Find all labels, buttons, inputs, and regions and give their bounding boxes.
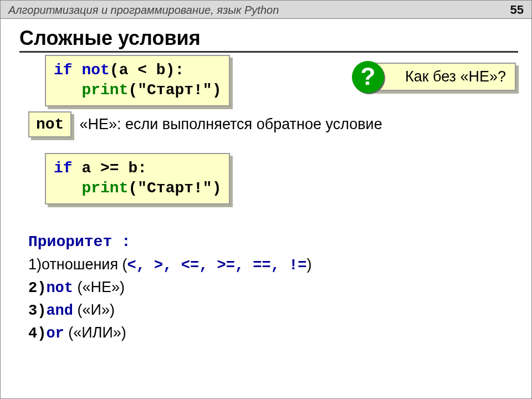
keyword-if: if <box>54 62 73 79</box>
keyword-print: print <box>81 81 128 99</box>
code1-arg: ("Старт!") <box>128 81 221 99</box>
not-label: not <box>36 116 64 133</box>
not-row: not «НЕ»: если выполняется обратное усло… <box>28 111 382 137</box>
header-title: Алгоритмизация и программирование, язык … <box>8 4 279 17</box>
priority-title: Приоритет : <box>28 231 312 254</box>
keyword-not: not <box>81 62 109 79</box>
keyword-if-2: if <box>54 160 73 177</box>
keyword-print-2: print <box>81 180 128 197</box>
priority-item-4: 4)or («ИЛИ») <box>28 322 312 345</box>
priority-item-1: 1)отношения (<, >, <=, >=, ==, !=) <box>28 254 312 277</box>
page-heading: Сложные условия <box>19 27 518 53</box>
code1-cond: (a < b): <box>110 62 184 79</box>
operators: <, >, <=, >=, ==, != <box>127 257 307 274</box>
callout-box: ? Как без «НЕ»? <box>372 63 516 91</box>
priority-block: Приоритет : 1)отношения (<, >, <=, >=, =… <box>28 231 312 345</box>
code2-arg: ("Старт!") <box>128 180 221 197</box>
page-number: 55 <box>510 3 524 17</box>
callout-text: Как без «НЕ»? <box>405 68 506 85</box>
not-description: «НЕ»: если выполняется обратное условие <box>79 116 382 133</box>
code-box-1: if not(a < b): print("Старт!") <box>45 55 230 106</box>
not-label-box: not <box>28 111 71 137</box>
keyword-or-p: or <box>46 325 64 342</box>
priority-item-3: 3)and («И») <box>28 299 312 322</box>
question-icon: ? <box>352 61 384 93</box>
header-bar: Алгоритмизация и программирование, язык … <box>1 1 531 19</box>
priority-item-2: 2)not («НЕ») <box>28 277 312 299</box>
keyword-not-p: not <box>46 280 73 296</box>
code2-cond: a >= b: <box>73 160 147 177</box>
code-row-2: if a >= b: print("Старт!") <box>45 153 230 204</box>
code-box-2: if a >= b: print("Старт!") <box>45 153 230 204</box>
slide: Алгоритмизация и программирование, язык … <box>0 0 532 399</box>
keyword-and-p: and <box>46 303 73 319</box>
